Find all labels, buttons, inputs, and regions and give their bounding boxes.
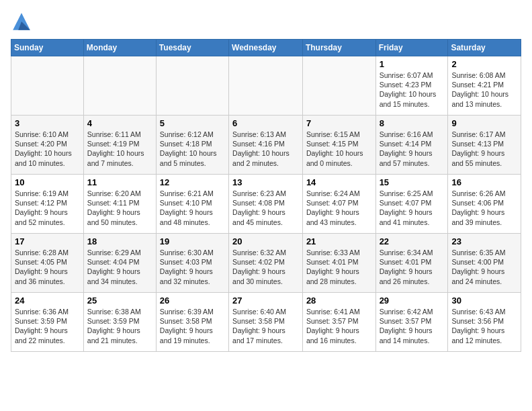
day-number: 8: [380, 118, 445, 128]
calendar-body: 1Sunrise: 6:07 AM Sunset: 4:23 PM Daylig…: [11, 56, 521, 352]
day-number: 15: [380, 177, 445, 187]
day-info: Sunrise: 6:28 AM Sunset: 4:05 PM Dayligh…: [15, 248, 80, 286]
calendar-cell: 22Sunrise: 6:34 AM Sunset: 4:01 PM Dayli…: [375, 234, 448, 293]
calendar-cell: 7Sunrise: 6:15 AM Sunset: 4:15 PM Daylig…: [302, 116, 375, 175]
day-info: Sunrise: 6:12 AM Sunset: 4:18 PM Dayligh…: [160, 130, 225, 168]
calendar-cell: 11Sunrise: 6:20 AM Sunset: 4:11 PM Dayli…: [83, 175, 156, 234]
calendar-cell: [11, 56, 84, 116]
calendar-cell: 5Sunrise: 6:12 AM Sunset: 4:18 PM Daylig…: [156, 116, 228, 175]
calendar-cell: 15Sunrise: 6:25 AM Sunset: 4:07 PM Dayli…: [375, 175, 448, 234]
day-number: 3: [15, 118, 80, 128]
weekday-header-monday: Monday: [83, 40, 156, 56]
calendar-week-3: 17Sunrise: 6:28 AM Sunset: 4:05 PM Dayli…: [11, 234, 521, 293]
day-info: Sunrise: 6:42 AM Sunset: 3:57 PM Dayligh…: [380, 307, 445, 345]
calendar-cell: 1Sunrise: 6:07 AM Sunset: 4:23 PM Daylig…: [375, 56, 448, 116]
day-info: Sunrise: 6:24 AM Sunset: 4:07 PM Dayligh…: [306, 189, 372, 227]
logo: [11, 11, 35, 32]
calendar-cell: 24Sunrise: 6:36 AM Sunset: 3:59 PM Dayli…: [11, 293, 84, 352]
day-info: Sunrise: 6:17 AM Sunset: 4:13 PM Dayligh…: [451, 130, 517, 168]
day-info: Sunrise: 6:16 AM Sunset: 4:14 PM Dayligh…: [380, 130, 445, 168]
day-number: 25: [87, 295, 152, 306]
calendar-cell: 6Sunrise: 6:13 AM Sunset: 4:16 PM Daylig…: [229, 116, 303, 175]
calendar-table: SundayMondayTuesdayWednesdayThursdayFrid…: [11, 39, 521, 352]
calendar-cell: [229, 56, 303, 116]
calendar-cell: 29Sunrise: 6:42 AM Sunset: 3:57 PM Dayli…: [375, 293, 448, 352]
calendar-cell: 27Sunrise: 6:40 AM Sunset: 3:58 PM Dayli…: [229, 293, 303, 352]
day-number: 26: [160, 295, 225, 306]
calendar-week-2: 10Sunrise: 6:19 AM Sunset: 4:12 PM Dayli…: [11, 175, 521, 234]
day-number: 19: [160, 236, 225, 246]
day-number: 23: [451, 236, 517, 246]
weekday-header-saturday: Saturday: [448, 40, 521, 56]
day-info: Sunrise: 6:25 AM Sunset: 4:07 PM Dayligh…: [380, 189, 445, 227]
calendar-cell: 4Sunrise: 6:11 AM Sunset: 4:19 PM Daylig…: [83, 116, 156, 175]
day-info: Sunrise: 6:36 AM Sunset: 3:59 PM Dayligh…: [15, 307, 80, 345]
day-info: Sunrise: 6:26 AM Sunset: 4:06 PM Dayligh…: [451, 189, 517, 227]
day-info: Sunrise: 6:20 AM Sunset: 4:11 PM Dayligh…: [87, 189, 152, 227]
calendar-cell: 14Sunrise: 6:24 AM Sunset: 4:07 PM Dayli…: [302, 175, 375, 234]
day-info: Sunrise: 6:29 AM Sunset: 4:04 PM Dayligh…: [87, 248, 152, 286]
day-number: 24: [15, 295, 80, 306]
calendar-cell: 16Sunrise: 6:26 AM Sunset: 4:06 PM Dayli…: [448, 175, 521, 234]
day-info: Sunrise: 6:15 AM Sunset: 4:15 PM Dayligh…: [306, 130, 372, 168]
day-number: 9: [451, 118, 517, 128]
day-number: 10: [15, 177, 80, 187]
day-info: Sunrise: 6:40 AM Sunset: 3:58 PM Dayligh…: [232, 307, 299, 345]
calendar-week-0: 1Sunrise: 6:07 AM Sunset: 4:23 PM Daylig…: [11, 56, 521, 116]
day-info: Sunrise: 6:38 AM Sunset: 3:59 PM Dayligh…: [87, 307, 152, 345]
calendar-cell: 17Sunrise: 6:28 AM Sunset: 4:05 PM Dayli…: [11, 234, 84, 293]
calendar-cell: [83, 56, 156, 116]
day-number: 7: [306, 118, 372, 128]
day-number: 5: [160, 118, 225, 128]
calendar-cell: 2Sunrise: 6:08 AM Sunset: 4:21 PM Daylig…: [448, 56, 521, 116]
day-number: 27: [232, 295, 299, 306]
day-number: 18: [87, 236, 152, 246]
day-info: Sunrise: 6:35 AM Sunset: 4:00 PM Dayligh…: [451, 248, 517, 286]
calendar-cell: 13Sunrise: 6:23 AM Sunset: 4:08 PM Dayli…: [229, 175, 303, 234]
day-number: 28: [306, 295, 372, 306]
logo-icon: [11, 11, 32, 32]
day-number: 1: [380, 59, 445, 69]
day-number: 11: [87, 177, 152, 187]
calendar-cell: 20Sunrise: 6:32 AM Sunset: 4:02 PM Dayli…: [229, 234, 303, 293]
day-info: Sunrise: 6:11 AM Sunset: 4:19 PM Dayligh…: [87, 130, 152, 168]
calendar-cell: 3Sunrise: 6:10 AM Sunset: 4:20 PM Daylig…: [11, 116, 84, 175]
calendar-cell: 25Sunrise: 6:38 AM Sunset: 3:59 PM Dayli…: [83, 293, 156, 352]
day-info: Sunrise: 6:21 AM Sunset: 4:10 PM Dayligh…: [160, 189, 225, 227]
day-number: 6: [232, 118, 299, 128]
day-info: Sunrise: 6:23 AM Sunset: 4:08 PM Dayligh…: [232, 189, 299, 227]
calendar-cell: 19Sunrise: 6:30 AM Sunset: 4:03 PM Dayli…: [156, 234, 228, 293]
calendar-cell: 28Sunrise: 6:41 AM Sunset: 3:57 PM Dayli…: [302, 293, 375, 352]
weekday-header-thursday: Thursday: [302, 40, 375, 56]
day-info: Sunrise: 6:08 AM Sunset: 4:21 PM Dayligh…: [451, 71, 517, 109]
calendar-header: SundayMondayTuesdayWednesdayThursdayFrid…: [11, 40, 521, 56]
day-info: Sunrise: 6:41 AM Sunset: 3:57 PM Dayligh…: [306, 307, 372, 345]
weekday-row: SundayMondayTuesdayWednesdayThursdayFrid…: [11, 40, 521, 56]
day-number: 17: [15, 236, 80, 246]
day-number: 21: [306, 236, 372, 246]
day-info: Sunrise: 6:33 AM Sunset: 4:01 PM Dayligh…: [306, 248, 372, 286]
calendar-cell: 30Sunrise: 6:43 AM Sunset: 3:56 PM Dayli…: [448, 293, 521, 352]
weekday-header-sunday: Sunday: [11, 40, 84, 56]
day-info: Sunrise: 6:10 AM Sunset: 4:20 PM Dayligh…: [15, 130, 80, 168]
calendar-cell: 10Sunrise: 6:19 AM Sunset: 4:12 PM Dayli…: [11, 175, 84, 234]
calendar-cell: 18Sunrise: 6:29 AM Sunset: 4:04 PM Dayli…: [83, 234, 156, 293]
calendar-cell: [302, 56, 375, 116]
calendar-cell: 26Sunrise: 6:39 AM Sunset: 3:58 PM Dayli…: [156, 293, 228, 352]
day-number: 14: [306, 177, 372, 187]
day-number: 2: [451, 59, 517, 69]
calendar-cell: [156, 56, 228, 116]
weekday-header-friday: Friday: [375, 40, 448, 56]
calendar-week-4: 24Sunrise: 6:36 AM Sunset: 3:59 PM Dayli…: [11, 293, 521, 352]
calendar-week-1: 3Sunrise: 6:10 AM Sunset: 4:20 PM Daylig…: [11, 116, 521, 175]
day-info: Sunrise: 6:32 AM Sunset: 4:02 PM Dayligh…: [232, 248, 299, 286]
day-info: Sunrise: 6:30 AM Sunset: 4:03 PM Dayligh…: [160, 248, 225, 286]
day-number: 16: [451, 177, 517, 187]
calendar-cell: 9Sunrise: 6:17 AM Sunset: 4:13 PM Daylig…: [448, 116, 521, 175]
day-info: Sunrise: 6:34 AM Sunset: 4:01 PM Dayligh…: [380, 248, 445, 286]
page-header: [11, 11, 521, 32]
weekday-header-tuesday: Tuesday: [156, 40, 228, 56]
day-number: 30: [451, 295, 517, 306]
day-number: 12: [160, 177, 225, 187]
day-number: 13: [232, 177, 299, 187]
